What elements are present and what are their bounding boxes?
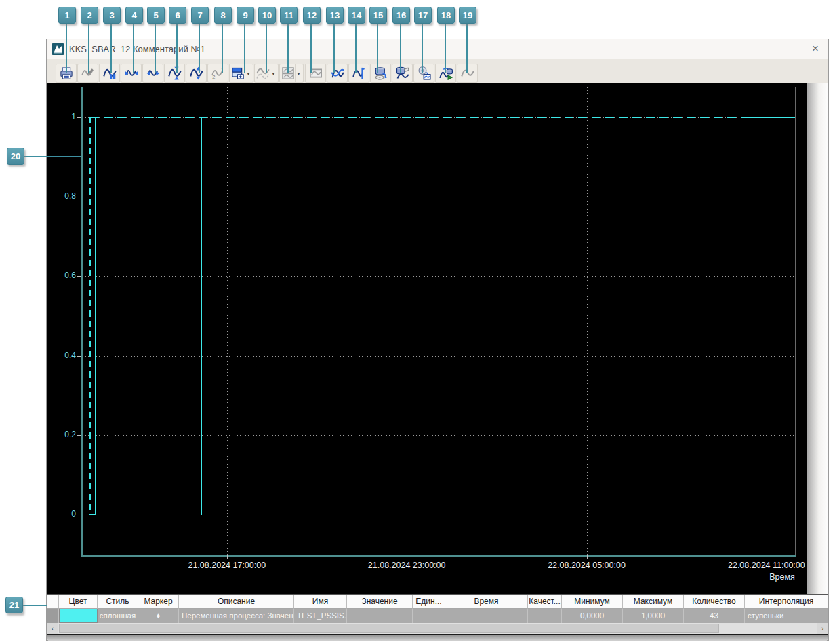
column-header-[interactable]: Един... [413,595,445,609]
compress-value-button[interactable] [164,64,185,83]
x-tick [227,555,228,559]
trend-legend-table: ЦветСтильМаркерОписаниеИмяЗначениеЕдин..… [47,594,828,624]
callout-badge-13: 13 [326,7,344,24]
dropdown-arrow-icon[interactable]: ▼ [295,64,302,82]
disk-to-chart-button[interactable] [413,64,434,83]
x-axis-name: Время [734,572,795,582]
scrollbar-thumb[interactable] [59,624,719,633]
h-gridline [83,356,795,357]
y-tick-label: 0.6 [50,270,76,280]
x-tick-label: 21.08.2024 23:00:00 [349,561,464,570]
y-tick [77,435,81,436]
expand-value-button[interactable] [186,64,207,83]
dropdown-arrow-icon[interactable]: ▼ [245,64,251,82]
x-tick-label: 21.08.2024 17:00:00 [169,561,285,570]
single-frame-button [305,64,326,83]
trend-window: KKS_SBAR_12 Комментарий №1 × 12 ▼ ▼ ▼ [46,39,829,641]
y-tick [77,515,81,515]
x-tick-label: 22.08.2024 11:00:00 [709,561,824,570]
column-header-[interactable]: Имя [294,595,347,609]
column-header-[interactable]: Минимум [562,595,623,609]
compress-time-button[interactable] [121,64,142,83]
column-header-[interactable]: Время [445,595,528,609]
callout-line-11 [287,23,289,73]
table-cell: TEST_PSSIS... [294,609,347,623]
callout-badge-21: 21 [5,597,23,613]
callout-badge-19: 19 [459,7,476,24]
y-tick-label: 0.4 [50,350,76,360]
table-cell: сплошная [98,609,138,623]
h-gridline [83,435,795,436]
v-gridline [227,87,228,555]
marker-line-button[interactable] [348,64,369,83]
color-swatch [59,609,98,623]
disk-chart-icon [418,66,431,80]
marker-line-icon [352,66,366,80]
y-tick-label: 0.2 [50,430,76,439]
y-tick-label: 1 [50,112,76,121]
callout-badge-20: 20 [7,148,24,165]
close-button[interactable]: × [808,41,823,56]
pause-trend-button[interactable] [99,64,120,83]
title-bar: KKS_SBAR_12 Комментарий №1 × [47,39,828,60]
callout-line-4 [133,23,134,73]
callout-line-6 [176,23,178,73]
y-tick [77,197,81,197]
column-header-[interactable]: Качест... [528,595,562,609]
column-header-[interactable]: Описание [179,595,294,609]
scroll-left-button[interactable]: ‹ [47,623,58,634]
table-row[interactable]: сплошная♦Переменная процесса: Значение д… [47,609,828,623]
scroll-right-button[interactable]: › [817,623,828,634]
callout-badge-10: 10 [258,7,276,24]
chart-right-margin [807,83,828,594]
trend-segment [95,117,96,515]
overlay-curves-icon [256,66,270,80]
callout-badge-5: 5 [147,7,165,24]
column-header-[interactable]: Стиль [98,595,138,609]
callout-line-20 [24,156,81,157]
callout-line-21 [22,605,47,606]
table-cell: ступеньки [745,609,828,623]
callout-badge-9: 9 [237,7,254,24]
expand-time-button[interactable] [142,64,163,83]
column-header-[interactable]: Цвет [59,595,98,609]
callout-line-19 [466,23,468,73]
y-tick [77,117,81,118]
stack-curves-button: ▼ [279,64,304,83]
erase-archive-button[interactable] [392,64,413,83]
expand-time-icon [146,66,160,80]
legend-layout-button[interactable]: ▼ [229,64,253,83]
callout-line-7 [199,23,200,73]
callout-line-15 [377,23,378,73]
callout-badge-2: 2 [81,7,98,24]
pause-curve-icon [103,66,117,80]
horizontal-scrollbar[interactable]: ‹ › [47,623,828,634]
column-header-[interactable]: Маркер [138,595,179,609]
column-header-[interactable]: Максимум [623,595,684,609]
table-cell: 0,0000 [562,609,623,623]
callout-line-17 [422,23,423,73]
y-tick-label: 0 [50,509,76,519]
table-cell [445,609,528,623]
column-header-[interactable]: Количество [684,595,745,609]
column-header-[interactable]: Интерполяция [745,595,828,609]
dropdown-arrow-icon[interactable]: ▼ [270,64,277,82]
compare-curves-icon [331,66,344,80]
legend-icon [231,66,245,80]
callout-line-9 [244,23,245,73]
chart-area[interactable]: 10.80.60.40.2021.08.2024 17:00:0021.08.2… [47,83,828,594]
export-archive-button[interactable] [370,64,391,83]
toolbar: 12 ▼ ▼ ▼ [47,59,828,84]
table-cell [413,609,445,623]
db-curve-icon [396,66,409,80]
column-header-[interactable]: Значение [347,595,413,609]
export-db-icon [374,66,388,80]
y-tick-label: 0.8 [50,191,76,201]
window-title: KKS_SBAR_12 Комментарий №1 [69,44,205,54]
y-tick [77,276,81,277]
table-cell [47,609,59,623]
compare-curves-button[interactable] [327,64,348,83]
trend-segment [89,117,91,515]
column-header-selector[interactable] [47,595,59,609]
trend-segment [746,117,795,118]
